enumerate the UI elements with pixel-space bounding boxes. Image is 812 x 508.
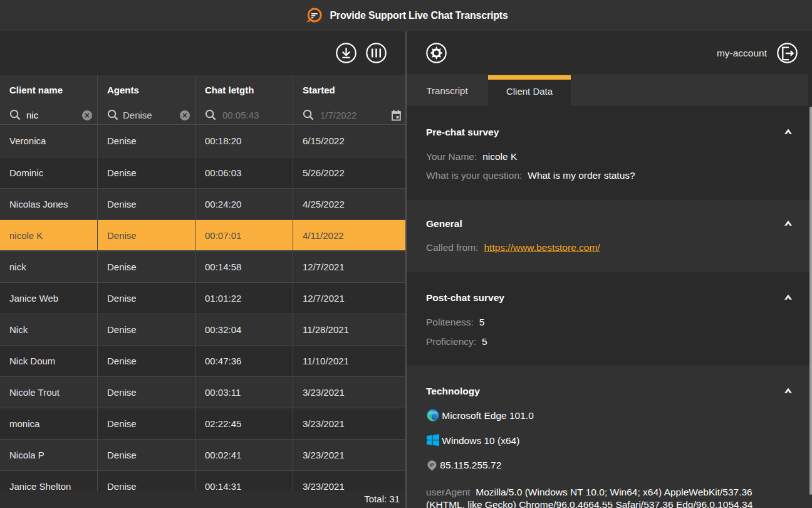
svg-text:IP: IP [430,462,435,468]
